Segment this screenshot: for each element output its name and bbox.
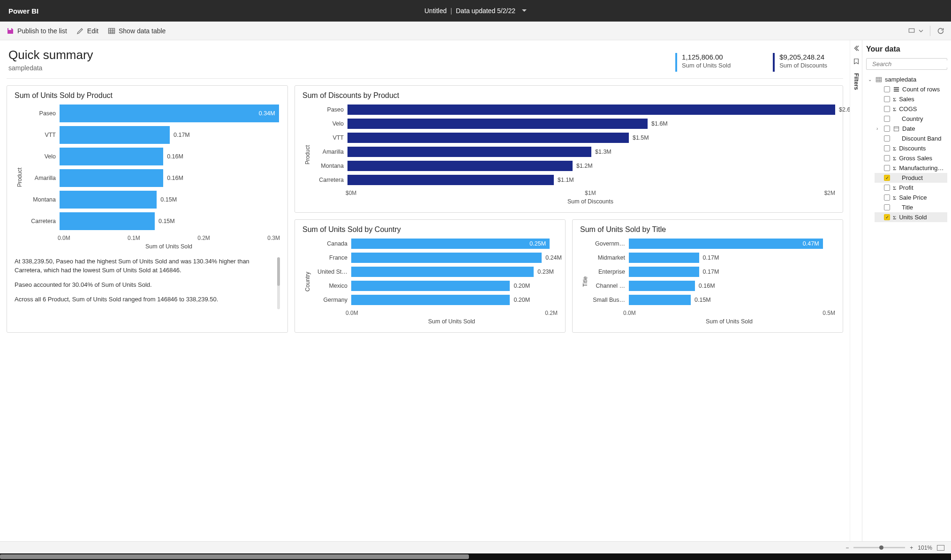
- field-item[interactable]: ›Date: [875, 124, 947, 134]
- expand-pane-icon[interactable]: [853, 45, 860, 52]
- field-checkbox[interactable]: [884, 86, 890, 92]
- bar-row[interactable]: Paseo$2.6M: [315, 105, 835, 115]
- search-field[interactable]: [866, 58, 947, 70]
- bar-row[interactable]: Governm…0.47M: [592, 239, 835, 249]
- toolbar: Publish to the list Edit Show data table: [0, 22, 951, 40]
- value-label: 0.23M: [537, 269, 554, 275]
- visual-units-by-title[interactable]: Sum of Units Sold by Title Title Governm…: [572, 219, 843, 333]
- field-checkbox[interactable]: [884, 96, 890, 102]
- field-checkbox[interactable]: [884, 185, 890, 191]
- field-item[interactable]: ΣManufacturing …: [875, 163, 947, 173]
- kpi-accent-bar: [773, 53, 775, 72]
- field-name: Units Sold: [899, 214, 945, 221]
- bar-row[interactable]: Enterprise0.17M: [592, 267, 835, 277]
- value-label: 0.47M: [803, 240, 819, 247]
- bar-row[interactable]: Channel …0.16M: [592, 281, 835, 291]
- bar-row[interactable]: United St…0.23M: [315, 267, 558, 277]
- kpi-units-sold[interactable]: 1,125,806.00 Sum of Units Sold: [675, 53, 731, 72]
- bar-row[interactable]: Paseo0.34M: [27, 105, 280, 122]
- bar-row[interactable]: Germany0.20M: [315, 295, 558, 305]
- field-item[interactable]: Count of rows: [875, 84, 947, 94]
- field-checkbox[interactable]: [884, 214, 890, 220]
- category-label: Enterprise: [592, 269, 625, 275]
- field-checkbox[interactable]: [884, 175, 890, 181]
- field-item[interactable]: ΣUnits Sold: [875, 212, 947, 222]
- bar-row[interactable]: Amarilla0.16M: [27, 169, 280, 187]
- bar-row[interactable]: Velo0.16M: [27, 148, 280, 165]
- bar-row[interactable]: France0.24M: [315, 253, 558, 263]
- filters-pane-collapsed[interactable]: Filters: [850, 40, 862, 541]
- visual-title: Sum of Discounts by Product: [302, 91, 835, 100]
- visual-units-by-product[interactable]: Sum of Units Sold by Product Product Pas…: [7, 85, 288, 333]
- field-checkbox[interactable]: [884, 106, 890, 112]
- doc-title-group[interactable]: Untitled | Data updated 5/2/22: [424, 7, 527, 15]
- table-node[interactable]: ⌄ sampledata: [866, 75, 947, 84]
- field-item[interactable]: ΣDiscounts: [875, 143, 947, 153]
- bar-row[interactable]: Carretera$1.1M: [315, 175, 835, 185]
- visual-units-by-country[interactable]: Sum of Units Sold by Country Country Can…: [294, 219, 566, 333]
- zoom-out-button[interactable]: −: [845, 545, 849, 551]
- zoom-in-button[interactable]: +: [910, 545, 913, 551]
- field-item[interactable]: Country: [875, 114, 947, 124]
- field-checkbox[interactable]: [884, 126, 890, 132]
- fit-to-page-button[interactable]: [937, 545, 944, 551]
- field-item[interactable]: ΣCOGS: [875, 104, 947, 114]
- bar-row[interactable]: VTT$1.5M: [315, 133, 835, 143]
- insight-text: At 338,239.50, Paseo had the highest Sum…: [15, 257, 273, 275]
- bar-row[interactable]: Velo$1.6M: [315, 119, 835, 129]
- bar-row[interactable]: VTT0.17M: [27, 126, 280, 144]
- value-label: 0.17M: [174, 132, 190, 138]
- y-axis-label: Country: [302, 239, 313, 325]
- rows-icon: [893, 86, 899, 93]
- category-label: Channel …: [592, 283, 625, 289]
- bar-row[interactable]: Amarilla$1.3M: [315, 147, 835, 157]
- field-item[interactable]: ΣSales: [875, 94, 947, 104]
- horizontal-scrollbar[interactable]: [0, 553, 951, 560]
- field-checkbox[interactable]: [884, 194, 890, 201]
- edit-button[interactable]: Edit: [76, 27, 98, 35]
- search-input[interactable]: [872, 60, 951, 67]
- field-item[interactable]: Product: [875, 173, 947, 183]
- field-checkbox[interactable]: [884, 116, 890, 122]
- bar-row[interactable]: Canada0.25M: [315, 239, 558, 249]
- value-label: 0.20M: [513, 297, 530, 303]
- svg-rect-7: [894, 127, 898, 131]
- field-item[interactable]: ΣProfit: [875, 183, 947, 193]
- field-checkbox[interactable]: [884, 165, 890, 171]
- field-item[interactable]: ΣSale Price: [875, 193, 947, 202]
- visual-discounts-by-product[interactable]: Sum of Discounts by Product Product Pase…: [294, 85, 843, 213]
- bar-row[interactable]: Midmarket0.17M: [592, 253, 835, 263]
- field-item[interactable]: Discount Band: [875, 134, 947, 143]
- publish-button[interactable]: Publish to the list: [7, 27, 67, 35]
- bar-row[interactable]: Montana$1.2M: [315, 161, 835, 171]
- value-label: 0.17M: [703, 269, 719, 275]
- bar-row[interactable]: Carretera0.15M: [27, 212, 280, 230]
- insights-scrollbar[interactable]: [277, 257, 280, 309]
- main: Quick summary sampledata 1,125,806.00 Su…: [0, 40, 951, 541]
- data-pane: Your data ⌄ sampledata Count of rowsΣSal…: [862, 40, 951, 541]
- chevron-down-icon[interactable]: [519, 7, 527, 15]
- show-data-table-button[interactable]: Show data table: [108, 27, 166, 35]
- edit-label: Edit: [87, 27, 98, 35]
- bar-row[interactable]: Mexico0.20M: [315, 281, 558, 291]
- app-header: Power BI Untitled | Data updated 5/2/22: [0, 0, 951, 22]
- field-checkbox[interactable]: [884, 135, 890, 142]
- category-label: France: [315, 254, 347, 261]
- field-name: Date: [902, 125, 945, 132]
- field-checkbox[interactable]: [884, 155, 890, 161]
- kpi-discounts[interactable]: $9,205,248.24 Sum of Discounts: [773, 53, 827, 72]
- category-label: Small Bus…: [592, 297, 625, 303]
- field-item[interactable]: Title: [875, 202, 947, 212]
- sigma-icon: Σ: [893, 146, 896, 151]
- kpi-value: $9,205,248.24: [779, 53, 827, 61]
- field-item[interactable]: ΣGross Sales: [875, 153, 947, 163]
- view-mode-button[interactable]: [908, 27, 923, 35]
- field-checkbox[interactable]: [884, 145, 890, 151]
- bar-row[interactable]: Montana0.15M: [27, 191, 280, 209]
- field-checkbox[interactable]: [884, 204, 890, 210]
- refresh-button[interactable]: [937, 27, 944, 35]
- chevron-right-icon[interactable]: ›: [876, 126, 881, 131]
- bookmark-icon[interactable]: [853, 58, 860, 65]
- bar-row[interactable]: Small Bus…0.15M: [592, 295, 835, 305]
- zoom-slider[interactable]: [853, 547, 905, 548]
